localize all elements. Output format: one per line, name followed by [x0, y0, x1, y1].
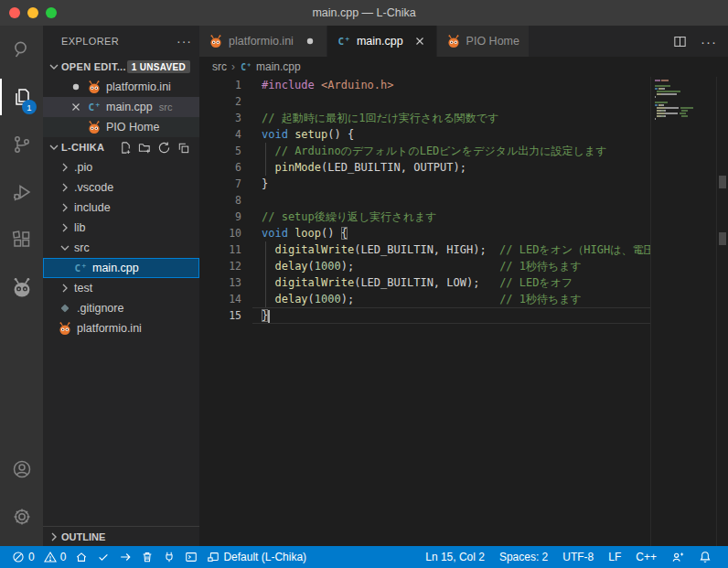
code-line-4[interactable]: 4void setup() { [199, 126, 728, 143]
code-line-8[interactable]: 8 [199, 192, 728, 209]
pio-clean-button[interactable] [136, 546, 158, 568]
platformio-icon [11, 276, 33, 298]
tree-item-pio[interactable]: .pio [43, 157, 199, 177]
code-line-15[interactable]: 15} [199, 307, 728, 324]
debug-icon [11, 181, 33, 203]
error-count: 0 [28, 551, 35, 563]
tree-item-gitignore[interactable]: .gitignore [43, 298, 199, 318]
pio-build-button[interactable] [92, 546, 114, 568]
code-line-6[interactable]: 6 pinMode(LED_BUILTIN, OUTPUT); [199, 159, 728, 176]
warning-count: 0 [60, 551, 67, 563]
code-text: void setup() { [241, 126, 354, 143]
code-editor[interactable]: 1#include <Arduino.h>23// 起動時に最初に1回だけ実行さ… [199, 77, 728, 546]
platformio-activity-button[interactable] [0, 263, 43, 311]
trash-icon [141, 551, 154, 563]
split-editor-icon[interactable] [672, 34, 688, 49]
pio-serial-monitor-button[interactable] [158, 546, 180, 568]
code-line-9[interactable]: 9// setup後繰り返し実行されます [199, 209, 728, 225]
close-tab-icon[interactable] [412, 34, 427, 48]
account-icon [11, 458, 33, 480]
cpp-file-icon: C+ [87, 100, 102, 114]
tree-item-label: src [74, 241, 90, 254]
open-editor-item-main-cpp[interactable]: C+main.cppsrc [43, 97, 199, 117]
tree-item-vscode[interactable]: .vscode [43, 177, 199, 198]
open-editor-detail: src [159, 102, 173, 113]
code-line-10[interactable]: 10void loop() { [199, 225, 728, 241]
line-number: 12 [199, 258, 241, 274]
svg-text:+: + [96, 101, 101, 109]
encoding-button[interactable]: UTF-8 [555, 546, 601, 568]
eol: LF [608, 551, 621, 563]
tree-item-lib[interactable]: lib [43, 218, 199, 238]
close-editor-icon[interactable] [69, 100, 83, 114]
chevron-down-icon [47, 140, 61, 155]
extensions-activity-button[interactable] [0, 216, 43, 263]
explorer-more-actions-icon[interactable]: ··· [177, 34, 192, 48]
platformio-file-icon [446, 34, 461, 48]
code-line-12[interactable]: 12 delay(1000); // 1秒待ちます [199, 258, 728, 274]
language-mode-button[interactable]: C++ [628, 546, 664, 568]
new-folder-icon[interactable] [138, 141, 152, 155]
tree-item-include[interactable]: include [43, 198, 199, 218]
open-editor-label: platformio.ini [106, 80, 171, 93]
code-line-7[interactable]: 7} [199, 176, 728, 192]
minimap[interactable] [650, 77, 716, 546]
line-number: 2 [199, 93, 241, 110]
open-editors-header[interactable]: OPEN EDIT... 1 UNSAVED [43, 57, 199, 77]
chevron-down-icon [58, 241, 72, 255]
zoom-window-button[interactable] [46, 7, 57, 18]
code-line-14[interactable]: 14 delay(1000); // 1秒待ちます [199, 291, 728, 307]
problems-button[interactable]: 0 0 [7, 546, 70, 568]
pio-home-button[interactable] [70, 546, 92, 568]
search-icon [11, 38, 33, 60]
editor-group: platformio.ini C+ main.cpp PIO Home ··· [199, 26, 728, 546]
tab-main-cpp[interactable]: C+ main.cpp [327, 26, 437, 57]
pio-env-button[interactable]: Default (L-Chika) [202, 546, 311, 568]
notifications-button[interactable] [691, 546, 719, 568]
new-file-icon[interactable] [119, 141, 133, 155]
indentation-button[interactable]: Spaces: 2 [492, 546, 555, 568]
pio-terminal-button[interactable] [180, 546, 202, 568]
encoding: UTF-8 [562, 551, 594, 563]
tree-item-test[interactable]: test [43, 278, 199, 298]
feedback-button[interactable] [664, 546, 691, 568]
code-line-1[interactable]: 1#include <Arduino.h> [199, 77, 728, 93]
outline-section[interactable]: OUTLINE [43, 526, 199, 546]
cursor-position-button[interactable]: Ln 15, Col 2 [418, 546, 492, 568]
close-window-button[interactable] [9, 7, 20, 18]
collapse-all-icon[interactable] [177, 141, 190, 155]
explorer-activity-button[interactable]: 1 [0, 73, 43, 121]
code-line-13[interactable]: 13 digitalWrite(LED_BUILTIN, LOW); // LE… [199, 274, 728, 291]
accounts-button[interactable] [0, 445, 43, 493]
code-line-11[interactable]: 11 digitalWrite(LED_BUILTIN, HIGH); // L… [199, 241, 728, 258]
code-line-3[interactable]: 3// 起動時に最初に1回だけ実行される関数です [199, 110, 728, 126]
settings-button[interactable] [0, 493, 43, 541]
run-debug-activity-button[interactable] [0, 168, 43, 216]
code-line-2[interactable]: 2 [199, 93, 728, 110]
breadcrumb-item-main-cpp[interactable]: main.cpp [256, 60, 301, 73]
tree-item-main-cpp[interactable]: C+main.cpp [43, 258, 199, 278]
eol-button[interactable]: LF [601, 546, 628, 568]
tree-item-label: include [74, 201, 111, 214]
tree-item-label: test [74, 282, 92, 295]
modified-dot-icon[interactable] [69, 80, 83, 94]
search-activity-button[interactable] [0, 26, 43, 73]
editor-scrollbar[interactable] [716, 77, 728, 546]
tab-platformio-ini[interactable]: platformio.ini [199, 26, 327, 57]
modified-dot-icon[interactable] [303, 34, 317, 48]
svg-text:+: + [247, 61, 251, 69]
tree-item-src[interactable]: src [43, 238, 199, 258]
source-control-activity-button[interactable] [0, 121, 43, 168]
open-editor-item-pio-home[interactable]: PIO Home [43, 117, 199, 137]
open-editor-item-platformio-ini[interactable]: platformio.ini [43, 77, 199, 97]
workspace-header[interactable]: L-CHIKA [43, 137, 199, 157]
code-line-5[interactable]: 5 // ArduinoのデフォルトのLEDピンをデジタル出力に設定します [199, 143, 728, 159]
pio-upload-button[interactable] [114, 546, 136, 568]
breadcrumb-item-src[interactable]: src [212, 60, 227, 73]
project-env-icon [207, 551, 219, 563]
refresh-icon[interactable] [157, 141, 171, 155]
editor-more-actions-icon[interactable]: ··· [701, 34, 717, 49]
tree-item-platformio-ini[interactable]: platformio.ini [43, 318, 199, 338]
tab-pio-home[interactable]: PIO Home [437, 26, 530, 57]
minimize-window-button[interactable] [27, 7, 38, 18]
